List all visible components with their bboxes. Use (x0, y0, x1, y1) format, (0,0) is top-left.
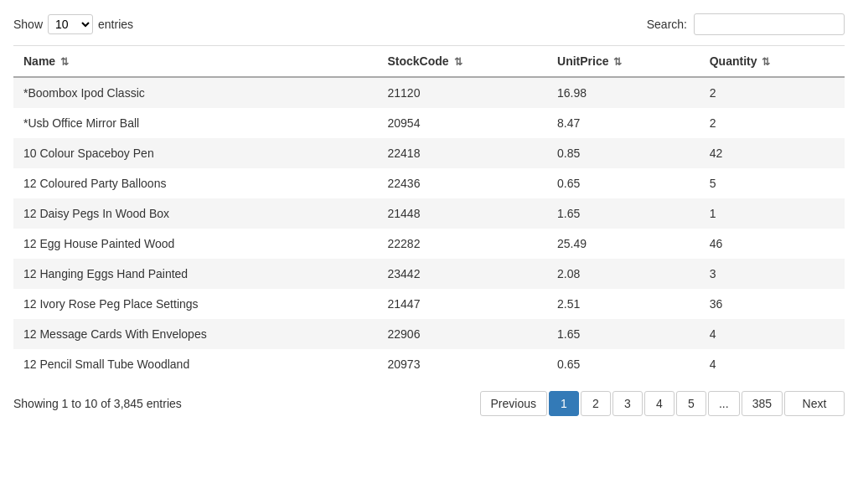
cell-name: 12 Message Cards With Envelopes (13, 319, 377, 349)
cell-unitprice: 2.08 (547, 259, 700, 289)
sort-icon-unitprice: ⇅ (613, 56, 622, 68)
entries-select[interactable]: 102550100 (48, 14, 93, 34)
cell-name: *Boombox Ipod Classic (13, 77, 377, 108)
cell-quantity: 2 (700, 108, 845, 138)
cell-name: 12 Egg House Painted Wood (13, 229, 377, 259)
col-header-unitprice[interactable]: UnitPrice⇅ (547, 46, 700, 78)
cell-stockcode: 20954 (377, 108, 547, 138)
cell-stockcode: 21120 (377, 77, 547, 108)
pagination-page-5[interactable]: 5 (676, 391, 706, 416)
show-label: Show (13, 18, 43, 31)
pagination-page-3[interactable]: 3 (612, 391, 643, 416)
table-row: 10 Colour Spaceboy Pen224180.8542 (13, 138, 845, 168)
pagination-page-4[interactable]: 4 (644, 391, 675, 416)
cell-unitprice: 1.65 (547, 198, 700, 229)
table-body: *Boombox Ipod Classic2112016.982*Usb Off… (13, 77, 845, 379)
cell-unitprice: 1.65 (547, 319, 700, 349)
cell-name: 12 Ivory Rose Peg Place Settings (13, 289, 377, 319)
cell-name: 12 Hanging Eggs Hand Painted (13, 259, 377, 289)
col-header-name[interactable]: Name⇅ (13, 46, 377, 78)
cell-quantity: 4 (700, 319, 845, 349)
table-row: 12 Coloured Party Balloons224360.655 (13, 168, 845, 198)
pagination-next[interactable]: Next (784, 391, 845, 416)
cell-quantity: 3 (700, 259, 845, 289)
cell-stockcode: 21447 (377, 289, 547, 319)
top-controls: Show 102550100 entries Search: (13, 13, 845, 35)
table-row: 12 Message Cards With Envelopes229061.65… (13, 319, 845, 349)
cell-name: 10 Colour Spaceboy Pen (13, 138, 377, 168)
cell-quantity: 2 (700, 77, 845, 108)
search-input[interactable] (694, 13, 845, 35)
cell-name: 12 Coloured Party Balloons (13, 168, 377, 198)
entries-label: entries (98, 18, 133, 31)
pagination: Previous12345...385Next (480, 391, 845, 416)
header-row: Name⇅StockCode⇅UnitPrice⇅Quantity⇅ (13, 46, 845, 78)
cell-quantity: 1 (700, 198, 845, 229)
cell-unitprice: 0.65 (547, 349, 700, 379)
table-row: 12 Egg House Painted Wood2228225.4946 (13, 229, 845, 259)
cell-quantity: 46 (700, 229, 845, 259)
cell-stockcode: 23442 (377, 259, 547, 289)
table-header: Name⇅StockCode⇅UnitPrice⇅Quantity⇅ (13, 46, 845, 78)
cell-unitprice: 16.98 (547, 77, 700, 108)
sort-icon-stockcode: ⇅ (454, 56, 463, 68)
cell-stockcode: 22418 (377, 138, 547, 168)
table-row: 12 Daisy Pegs In Wood Box214481.651 (13, 198, 845, 229)
col-header-stockcode[interactable]: StockCode⇅ (377, 46, 547, 78)
cell-unitprice: 0.85 (547, 138, 700, 168)
sort-icon-quantity: ⇅ (762, 56, 770, 68)
cell-stockcode: 21448 (377, 198, 547, 229)
cell-quantity: 5 (700, 168, 845, 198)
cell-unitprice: 2.51 (547, 289, 700, 319)
cell-unitprice: 0.65 (547, 168, 700, 198)
cell-unitprice: 25.49 (547, 229, 700, 259)
cell-quantity: 42 (700, 138, 845, 168)
cell-stockcode: 22436 (377, 168, 547, 198)
cell-quantity: 36 (700, 289, 845, 319)
show-entries: Show 102550100 entries (13, 14, 133, 34)
table-row: *Boombox Ipod Classic2112016.982 (13, 77, 845, 108)
pagination-page-385[interactable]: 385 (742, 391, 783, 416)
cell-name: 12 Pencil Small Tube Woodland (13, 349, 377, 379)
cell-quantity: 4 (700, 349, 845, 379)
cell-name: *Usb Office Mirror Ball (13, 108, 377, 138)
cell-unitprice: 8.47 (547, 108, 700, 138)
table-row: 12 Pencil Small Tube Woodland209730.654 (13, 349, 845, 379)
pagination-page-2[interactable]: 2 (581, 391, 611, 416)
pagination-page-1[interactable]: 1 (549, 391, 579, 416)
table-row: *Usb Office Mirror Ball209548.472 (13, 108, 845, 138)
table-row: 12 Hanging Eggs Hand Painted234422.083 (13, 259, 845, 289)
cell-stockcode: 22906 (377, 319, 547, 349)
data-table: Name⇅StockCode⇅UnitPrice⇅Quantity⇅ *Boom… (13, 45, 845, 379)
table-row: 12 Ivory Rose Peg Place Settings214472.5… (13, 289, 845, 319)
cell-name: 12 Daisy Pegs In Wood Box (13, 198, 377, 229)
bottom-controls: Showing 1 to 10 of 3,845 entries Previou… (13, 391, 845, 416)
search-control: Search: (647, 13, 845, 35)
pagination-prev[interactable]: Previous (480, 391, 547, 416)
pagination-page-...[interactable]: ... (708, 391, 740, 416)
cell-stockcode: 20973 (377, 349, 547, 379)
cell-stockcode: 22282 (377, 229, 547, 259)
search-label: Search: (647, 18, 687, 31)
col-header-quantity[interactable]: Quantity⇅ (700, 46, 845, 78)
showing-info: Showing 1 to 10 of 3,845 entries (13, 397, 182, 410)
sort-icon-name: ⇅ (60, 56, 69, 68)
